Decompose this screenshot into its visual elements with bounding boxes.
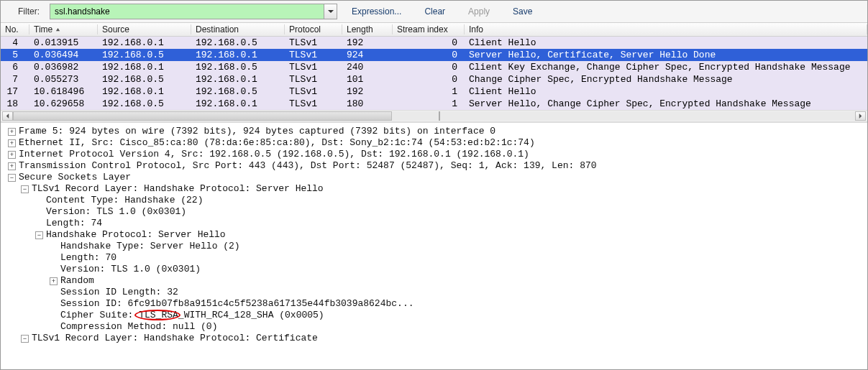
packet-row[interactable]: 50.036494192.168.0.5192.168.0.1TLSv19240… xyxy=(1,49,867,61)
filter-toolbar: Filter: Expression... Clear Apply Save xyxy=(1,1,867,22)
col-no[interactable]: No. xyxy=(1,24,29,34)
packet-row[interactable]: 1710.618496192.168.0.1192.168.0.5TLSv119… xyxy=(1,85,867,98)
scroll-track[interactable] xyxy=(13,111,855,121)
packet-cell: 18 xyxy=(1,98,29,109)
tree-label: Compression Method: null (0) xyxy=(60,321,217,333)
sort-asc-icon xyxy=(55,24,60,34)
tree-row[interactable]: Session ID: 6fc91b07fb8a9151c4c5f5238a61… xyxy=(5,298,863,310)
tree-label: Secure Sockets Layer xyxy=(19,172,131,183)
tree-row[interactable]: −TLSv1 Record Layer: Handshake Protocol:… xyxy=(5,333,863,344)
tree-label: Handshake Type: Server Hello (2) xyxy=(60,241,240,252)
packet-cell: 192.168.0.1 xyxy=(191,50,285,60)
packet-cell: 192.168.0.5 xyxy=(191,62,285,73)
tree-label: Ethernet II, Src: Cisco_85:ca:80 (78:da:… xyxy=(19,137,535,149)
tree-label: Handshake Protocol: Server Hello xyxy=(46,229,226,241)
tree-row[interactable]: Version: TLS 1.0 (0x0301) xyxy=(5,264,863,275)
col-length[interactable]: Length xyxy=(342,24,393,34)
expand-icon[interactable]: + xyxy=(8,162,16,170)
tree-label: TLSv1 Record Layer: Handshake Protocol: … xyxy=(32,183,324,195)
scroll-thumb[interactable] xyxy=(13,111,392,121)
col-stream[interactable]: Stream index xyxy=(393,24,465,34)
tree-row[interactable]: +Frame 5: 924 bytes on wire (7392 bits),… xyxy=(5,126,863,137)
apply-button[interactable]: Apply xyxy=(460,4,498,19)
tree-label: Transmission Control Protocol, Src Port:… xyxy=(19,160,597,172)
packet-cell: 0 xyxy=(393,74,465,85)
packet-list[interactable]: 40.013915192.168.0.1192.168.0.5TLSv11920… xyxy=(1,37,867,110)
packet-cell: 924 xyxy=(342,50,393,60)
tree-label: Session ID: 6fc91b07fb8a9151c4c5f5238a61… xyxy=(60,298,414,310)
col-info[interactable]: Info xyxy=(465,24,867,34)
expand-icon[interactable]: + xyxy=(8,128,16,136)
packet-row[interactable]: 70.055273192.168.0.5192.168.0.1TLSv11010… xyxy=(1,73,867,85)
tree-label: Frame 5: 924 bytes on wire (7392 bits), … xyxy=(19,126,495,137)
tree-row[interactable]: +Ethernet II, Src: Cisco_85:ca:80 (78:da… xyxy=(5,137,863,149)
packet-cell: 5 xyxy=(1,50,29,60)
tree-label: Version: TLS 1.0 (0x0301) xyxy=(60,264,201,275)
col-protocol[interactable]: Protocol xyxy=(285,24,342,34)
packet-cell: Client Hello xyxy=(465,86,867,97)
expand-icon[interactable]: + xyxy=(50,277,58,285)
tree-label: Session ID Length: 32 xyxy=(60,287,178,298)
packet-cell: 240 xyxy=(342,62,393,73)
packet-cell: TLSv1 xyxy=(285,62,342,73)
filter-dropdown-button[interactable] xyxy=(324,4,337,19)
tree-row[interactable]: +Random xyxy=(5,275,863,287)
packet-cell: 1 xyxy=(393,86,465,97)
packet-cell: 0.055273 xyxy=(29,74,98,85)
tree-row[interactable]: Length: 70 xyxy=(5,252,863,264)
packet-cell: Server Hello, Certificate, Server Hello … xyxy=(465,50,867,60)
filter-combo[interactable] xyxy=(50,4,337,19)
expand-icon[interactable]: + xyxy=(8,139,16,147)
tree-row[interactable]: −TLSv1 Record Layer: Handshake Protocol:… xyxy=(5,183,863,195)
packet-list-header: No. Time Source Destination Protocol Len… xyxy=(1,22,867,37)
packet-cell: 0.036982 xyxy=(29,62,98,73)
expression-button[interactable]: Expression... xyxy=(343,4,410,19)
packet-cell: 0.036494 xyxy=(29,50,98,60)
packet-cell: 6 xyxy=(1,62,29,73)
scroll-right-button[interactable] xyxy=(855,111,866,121)
tree-row[interactable]: Content Type: Handshake (22) xyxy=(5,195,863,206)
packet-cell: 192.168.0.1 xyxy=(98,37,191,48)
packet-row[interactable]: 40.013915192.168.0.1192.168.0.5TLSv11920… xyxy=(1,37,867,49)
tree-label: Length: 74 xyxy=(46,218,102,229)
tree-row[interactable]: Handshake Type: Server Hello (2) xyxy=(5,241,863,252)
filter-input[interactable] xyxy=(50,4,324,19)
packet-cell: Client Hello xyxy=(465,37,867,48)
tree-label: TLSv1 Record Layer: Handshake Protocol: … xyxy=(32,333,318,344)
tree-row[interactable]: −Secure Sockets Layer xyxy=(5,172,863,183)
tree-label: Internet Protocol Version 4, Src: 192.16… xyxy=(19,149,529,160)
tree-row[interactable]: Compression Method: null (0) xyxy=(5,321,863,333)
tree-label: Cipher Suite: TLS_RSA_WITH_RC4_128_SHA (… xyxy=(60,310,324,321)
collapse-icon[interactable]: − xyxy=(35,231,43,239)
packet-row[interactable]: 60.036982192.168.0.1192.168.0.5TLSv12400… xyxy=(1,61,867,73)
col-source[interactable]: Source xyxy=(98,24,191,34)
packet-cell: 192.168.0.5 xyxy=(98,50,191,60)
packet-cell: 192 xyxy=(342,37,393,48)
col-destination[interactable]: Destination xyxy=(191,24,285,34)
packet-cell: 192 xyxy=(342,86,393,97)
packet-cell: 101 xyxy=(342,74,393,85)
chevron-down-icon xyxy=(328,9,334,14)
scroll-left-button[interactable] xyxy=(2,111,13,121)
packet-row[interactable]: 1810.629658192.168.0.5192.168.0.1TLSv118… xyxy=(1,98,867,110)
collapse-icon[interactable]: − xyxy=(21,185,29,193)
packet-cell: 10.629658 xyxy=(29,98,98,109)
packet-cell: 0 xyxy=(393,62,465,73)
tree-row[interactable]: Length: 74 xyxy=(5,218,863,229)
clear-button[interactable]: Clear xyxy=(416,4,454,19)
packet-cell: 10.618496 xyxy=(29,86,98,97)
save-button[interactable]: Save xyxy=(504,4,541,19)
tree-row[interactable]: Cipher Suite: TLS_RSA_WITH_RC4_128_SHA (… xyxy=(5,310,863,321)
expand-icon[interactable]: + xyxy=(8,151,16,159)
tree-row[interactable]: +Transmission Control Protocol, Src Port… xyxy=(5,160,863,172)
tree-row[interactable]: Session ID Length: 32 xyxy=(5,287,863,298)
collapse-icon[interactable]: − xyxy=(21,335,29,343)
col-time[interactable]: Time xyxy=(29,24,98,34)
tree-row[interactable]: +Internet Protocol Version 4, Src: 192.1… xyxy=(5,149,863,160)
tree-row[interactable]: −Handshake Protocol: Server Hello xyxy=(5,229,863,241)
packet-list-hscroll[interactable] xyxy=(1,110,867,122)
packet-cell: 0.013915 xyxy=(29,37,98,48)
tree-row[interactable]: Version: TLS 1.0 (0x0301) xyxy=(5,206,863,218)
packet-details-tree[interactable]: +Frame 5: 924 bytes on wire (7392 bits),… xyxy=(1,122,867,344)
collapse-icon[interactable]: − xyxy=(8,174,16,182)
